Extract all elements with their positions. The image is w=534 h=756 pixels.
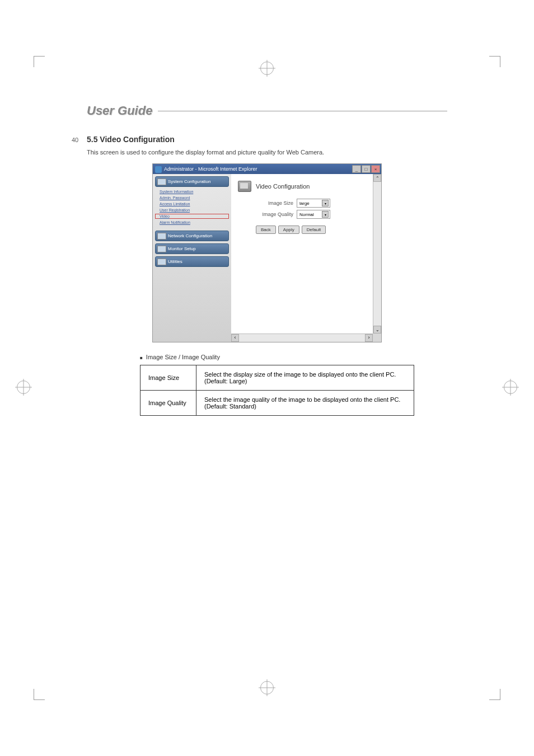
sidebar: System Configuration System Information … [153, 174, 231, 342]
content-area: Video Configuration Image Size large ▾ I… [231, 174, 381, 342]
image-quality-label: Image Quality [255, 212, 297, 217]
window-titlebar: Administrator - Microsoft Internet Explo… [153, 164, 381, 174]
sidebar-link-userreg[interactable]: User Registration [155, 208, 229, 213]
section-title: 5.5 Video Configuration [87, 135, 447, 144]
table-cell-desc: Select the display size of the image to … [196, 365, 414, 391]
image-quality-value: Normal [299, 212, 314, 217]
sidebar-link-video[interactable]: Video [155, 214, 229, 219]
chevron-down-icon: ▾ [322, 211, 329, 218]
sidebar-header-system[interactable]: System Configuration [155, 176, 229, 187]
maximize-button[interactable]: □ [362, 165, 371, 173]
sidebar-header-utilities[interactable]: Utilities [155, 256, 229, 267]
window-body: System Configuration System Information … [153, 174, 381, 342]
page-header: User Guide [87, 104, 447, 118]
chevron-down-icon: ▾ [322, 200, 329, 206]
header-rule [158, 111, 447, 111]
video-config-icon [238, 181, 251, 192]
sidebar-link-password[interactable]: Admin. Password [155, 195, 229, 200]
page-number: 40 [72, 137, 78, 143]
sidebar-header-network[interactable]: Network Configuration [155, 231, 229, 241]
sidebar-link-alarm[interactable]: Alarm Notification [155, 220, 229, 225]
default-button[interactable]: Default [302, 226, 326, 234]
scroll-corner [373, 334, 381, 342]
horizontal-scrollbar[interactable] [231, 334, 373, 342]
form-row-image-size: Image Size large ▾ [238, 199, 374, 208]
definition-table-1: Image Size Select the display size of th… [140, 365, 414, 416]
table-cell-desc: Select the image quality of the image to… [196, 391, 414, 416]
bullet-heading: Image Size / Image Quality [140, 354, 447, 360]
image-size-label: Image Size [255, 200, 297, 206]
table-row: Image Size Select the display size of th… [140, 365, 414, 391]
close-button[interactable]: × [371, 165, 380, 173]
content-title: Video Configuration [256, 183, 310, 190]
window-controls: _ □ × [352, 165, 380, 173]
apply-button[interactable]: Apply [278, 226, 299, 234]
form-row-image-quality: Image Quality Normal ▾ [238, 210, 374, 219]
table-cell-key: Image Size [140, 365, 196, 391]
image-size-select[interactable]: large ▾ [297, 199, 330, 208]
sidebar-link-access[interactable]: Access Limitation [155, 201, 229, 206]
image-quality-select[interactable]: Normal ▾ [297, 210, 330, 219]
section-intro: This screen is used to configure the dis… [87, 148, 447, 157]
sidebar-header-monitor[interactable]: Monitor Setup [155, 243, 229, 254]
minimize-button[interactable]: _ [352, 165, 361, 173]
back-button[interactable]: Back [256, 226, 276, 234]
window-title: Administrator - Microsoft Internet Explo… [154, 166, 257, 172]
header-title: User Guide [87, 104, 152, 118]
screenshot-window: Administrator - Microsoft Internet Explo… [152, 163, 382, 342]
vertical-scrollbar[interactable] [373, 174, 381, 334]
content-header: Video Configuration [238, 181, 374, 192]
table-cell-key: Image Quality [140, 391, 196, 416]
table-row: Image Quality Select the image quality o… [140, 391, 414, 416]
image-size-value: large [299, 201, 310, 206]
sidebar-link-sysinfo[interactable]: System Information [155, 189, 229, 194]
button-row: Back Apply Default [238, 226, 374, 234]
